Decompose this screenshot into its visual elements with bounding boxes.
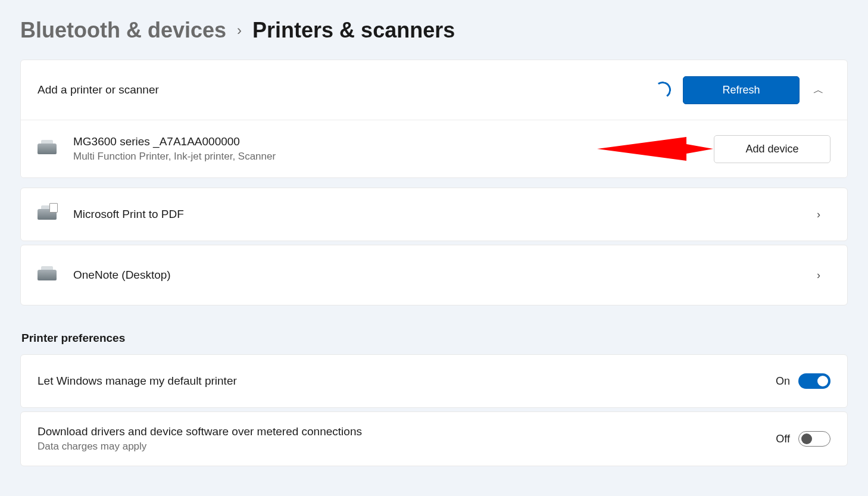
- add-printer-header-row: Add a printer or scanner Refresh ︿: [21, 60, 847, 120]
- breadcrumb-parent-link[interactable]: Bluetooth & devices: [20, 18, 226, 43]
- breadcrumb: Bluetooth & devices › Printers & scanner…: [20, 18, 848, 43]
- add-device-button[interactable]: Add device: [714, 135, 830, 163]
- printer-name: OneNote (Desktop): [73, 269, 800, 282]
- printer-name: Microsoft Print to PDF: [73, 208, 800, 221]
- pref-default-printer-label: Let Windows manage my default printer: [38, 375, 776, 388]
- pref-metered-sub: Data charges may apply: [38, 441, 776, 453]
- pref-metered-toggle[interactable]: [798, 431, 830, 447]
- printer-icon: [38, 270, 59, 280]
- svg-marker-0: [597, 137, 713, 161]
- printer-preferences-heading: Printer preferences: [21, 332, 848, 345]
- add-printer-section: Add a printer or scanner Refresh ︿ MG360…: [20, 60, 848, 178]
- pref-metered-row: Download drivers and device software ove…: [20, 411, 848, 466]
- discovered-device-row: MG3600 series _A7A1AA000000 Multi Functi…: [21, 120, 847, 177]
- discovered-device-description: Multi Function Printer, Ink-jet printer,…: [73, 151, 597, 163]
- discovered-device-name: MG3600 series _A7A1AA000000: [73, 135, 597, 148]
- chevron-right-icon: ›: [237, 22, 242, 39]
- collapse-chevron-up-icon[interactable]: ︿: [807, 83, 830, 97]
- add-printer-label: Add a printer or scanner: [38, 83, 654, 96]
- pref-default-printer-row: Let Windows manage my default printer On: [20, 354, 848, 408]
- pref-metered-state: Off: [776, 433, 790, 445]
- pref-default-printer-state: On: [776, 375, 790, 388]
- chevron-right-icon: ›: [807, 208, 830, 221]
- annotation-arrow-icon: [597, 131, 716, 167]
- printer-icon: [38, 144, 59, 154]
- printer-row-ms-print-pdf[interactable]: Microsoft Print to PDF ›: [20, 188, 848, 241]
- printer-icon: [38, 209, 59, 220]
- refresh-button[interactable]: Refresh: [683, 76, 800, 104]
- chevron-right-icon: ›: [807, 269, 830, 282]
- pref-metered-label: Download drivers and device software ove…: [38, 425, 776, 438]
- page-title: Printers & scanners: [252, 18, 455, 43]
- pref-default-printer-toggle[interactable]: [798, 373, 830, 389]
- loading-spinner-icon: [653, 80, 672, 99]
- printer-row-onenote[interactable]: OneNote (Desktop) ›: [20, 245, 848, 305]
